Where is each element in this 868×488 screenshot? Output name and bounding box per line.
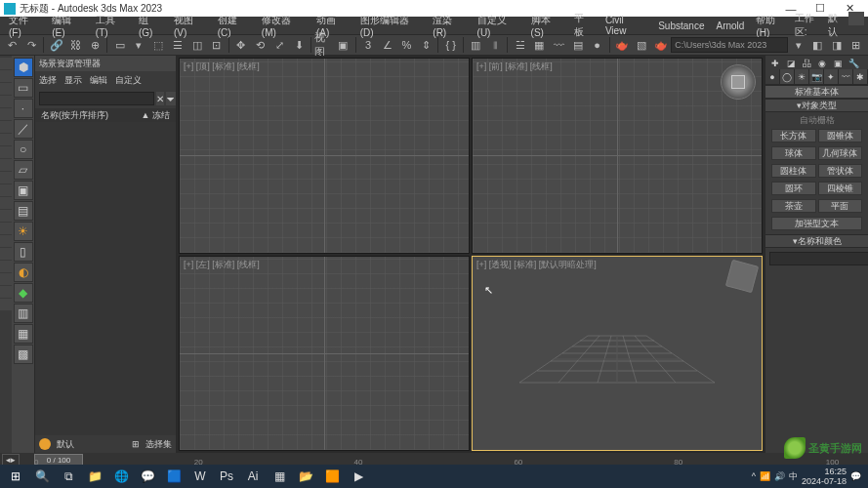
tray-clock[interactable]: 16:25 2024-07-18 [802,467,847,486]
prim-geosphere-button[interactable]: 几何球体 [818,146,863,160]
path-icon-3[interactable]: ⊞ [847,36,865,54]
ribbon-misc3-icon[interactable]: ▦ [14,324,33,344]
sidetool-8[interactable] [0,146,12,158]
app-task-icon[interactable]: 🟦 [161,466,186,487]
sidetool-11[interactable] [0,184,12,196]
ribbon-poly-icon[interactable]: ▱ [14,160,33,180]
pivot-button[interactable]: ▣ [334,36,352,54]
sidetool-18[interactable] [0,273,12,285]
sidetool-7[interactable] [0,134,12,145]
se-tab-custom[interactable]: 自定义 [115,74,142,87]
ribbon-edge-icon[interactable]: ／ [14,119,33,139]
sidetool-16[interactable] [0,248,12,260]
cp-tab-cameras-icon[interactable]: 📷 [809,69,824,84]
browser2-task-icon[interactable]: 🟧 [319,466,345,487]
cp-motion-icon[interactable]: ◉ [816,58,828,69]
ribbon-element-icon[interactable]: ▣ [14,181,33,200]
ribbon-shape-icon[interactable]: ◆ [14,283,33,303]
cp-tab-helpers-icon[interactable]: ✦ [824,69,839,84]
sidetool-5[interactable] [0,108,12,120]
cp-hierarchy-icon[interactable]: 品 [801,58,812,69]
ai-task-icon[interactable]: Ai [240,466,266,487]
sidetool-15[interactable] [0,235,12,247]
prim-torus-button[interactable]: 圆环 [771,182,816,195]
viewcube-front[interactable] [721,64,756,100]
ribbon-border-icon[interactable]: ○ [14,140,33,159]
cp-create-icon[interactable]: ✚ [769,58,781,69]
bind-button[interactable]: ⊕ [86,36,104,54]
redo-button[interactable]: ↷ [22,36,41,54]
undo-button[interactable]: ↶ [3,36,21,54]
snap-toggle-button[interactable]: 3 [359,36,378,54]
percent-snap-button[interactable]: % [397,36,416,54]
tray-ime-icon[interactable]: 中 [789,470,798,483]
sidetool-19[interactable] [0,286,12,298]
path-icon-2[interactable]: ◨ [828,36,847,54]
sidetool-17[interactable] [0,261,12,272]
cp-tab-shapes-icon[interactable]: ◯ [780,69,795,84]
align-button[interactable]: ⫴ [486,36,505,54]
sidetool-9[interactable] [0,159,12,171]
menu-civilview[interactable]: Civil View [599,13,652,38]
named-selection[interactable]: { } [441,36,460,54]
menu-arnold[interactable]: Arnold [710,19,750,33]
sidetool-12[interactable] [0,197,12,209]
path-browse-button[interactable]: ▾ [789,36,807,54]
select-region-button[interactable]: ◫ [187,36,206,54]
prim-tube-button[interactable]: 管状体 [818,164,863,178]
viewport-front-label[interactable]: [+] [前] [标准] [线框] [476,61,553,73]
ribbon-misc4-icon[interactable]: ▩ [14,345,33,364]
workspace-button[interactable] [848,12,864,25]
tray-volume-icon[interactable]: 🔊 [774,471,785,481]
select-name-button[interactable]: ☰ [169,36,187,54]
refcoord-button[interactable]: 视图 [314,36,333,54]
window-crossing-button[interactable]: ⊡ [207,36,226,54]
prim-pyramid-button[interactable]: 四棱锥 [818,182,863,195]
wechat-task-icon[interactable]: 💬 [135,466,160,487]
cp-util-icon[interactable]: 🔧 [847,58,859,69]
se-foot-selset-icon[interactable]: ⊞ [132,439,140,449]
max-task-icon[interactable]: ▦ [267,466,292,487]
se-search-clear-icon[interactable]: ✕ [156,92,164,105]
viewport-top[interactable]: [+] [顶] [标准] [线框] [179,58,470,254]
sidetool-4[interactable] [0,96,12,107]
se-foot-selset[interactable]: 选择集 [145,438,172,451]
select-object-button[interactable]: ⬚ [149,36,168,54]
se-tab-display[interactable]: 显示 [64,74,82,87]
viewport-left[interactable]: [+] [左] [标准] [线框] [179,256,470,452]
sidetool-13[interactable] [0,210,12,222]
spinner-snap-button[interactable]: ⇕ [417,36,435,54]
menu-help[interactable]: 帮助(H) [750,12,794,40]
curve-editor-button[interactable]: 〰 [550,36,568,54]
select-filter[interactable]: ▾ [130,36,148,54]
se-tree[interactable] [35,122,176,435]
prim-cone-button[interactable]: 圆锥体 [818,129,863,142]
unlink-button[interactable]: ⛓ [66,36,85,54]
sidetool-6[interactable] [0,121,12,133]
cp-display-icon[interactable]: ▣ [832,58,844,69]
se-search-input[interactable] [39,92,154,105]
ribbon-polymodel-icon[interactable]: ⬢ [14,58,33,77]
menu-substance[interactable]: Substance [652,19,710,33]
workspace-value[interactable]: 默认 [828,12,847,39]
taskview-button[interactable]: ⧉ [56,466,81,487]
ribbon-constraint-icon[interactable]: ◐ [14,263,33,282]
sidetool-20[interactable] [0,299,12,310]
media-task-icon[interactable]: ▶ [346,466,371,487]
schematic-button[interactable]: ▤ [568,36,587,54]
cp-modify-icon[interactable]: ◪ [785,58,797,69]
prim-cylinder-button[interactable]: 圆柱体 [771,164,816,178]
render-setup-button[interactable]: 🫖 [613,36,632,54]
angle-snap-button[interactable]: ∠ [378,36,396,54]
cp-rollout-namecolor[interactable]: ▾ 名称和颜色 [765,234,868,248]
ribbon-vertex-icon[interactable]: · [14,99,33,118]
render-button[interactable]: 🫖 [651,36,670,54]
cp-autogrid[interactable]: 自动栅格 [767,114,866,127]
se-search-filter-icon[interactable]: ⏷ [166,92,176,105]
se-col-frozen[interactable]: ▲ 冻结 [142,109,170,122]
rotate-button[interactable]: ⟲ [251,36,269,54]
se-foot-default[interactable]: 默认 [57,438,74,451]
se-foot-icon[interactable] [39,438,51,450]
viewport-front[interactable]: [+] [前] [标准] [线框] [472,58,763,254]
select-button[interactable]: ▭ [110,36,129,54]
